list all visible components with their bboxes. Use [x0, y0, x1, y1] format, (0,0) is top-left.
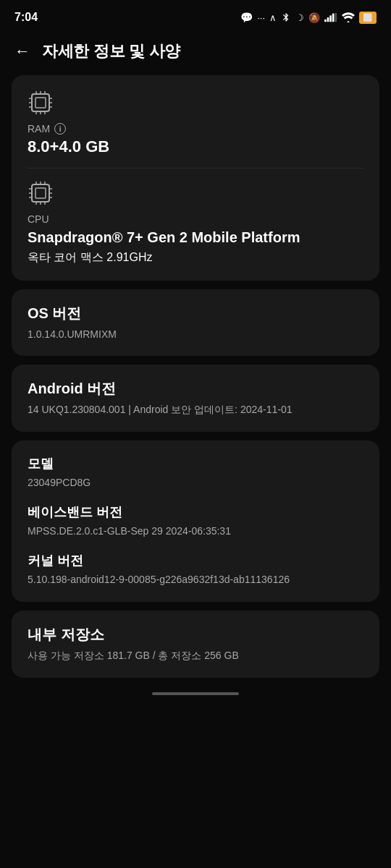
- svg-rect-5: [32, 94, 49, 111]
- svg-rect-6: [35, 98, 46, 108]
- chip-icon-ram: [28, 90, 54, 116]
- android-label: Android 버전: [28, 379, 363, 399]
- signal-icon: [324, 12, 337, 22]
- model-value: 23049PCD8G: [28, 475, 363, 490]
- storage-card: 내부 저장소 사용 가능 저장소 181.7 GB / 총 저장소 256 GB: [12, 610, 379, 678]
- model-item: 모델 23049PCD8G: [28, 455, 363, 490]
- status-icons: 💬 ··· ∧ ☽ 🔕 ⬜: [240, 12, 377, 24]
- baseband-value: MPSS.DE.2.0.c1-GLB-Sep 29 2024-06:35:31: [28, 524, 363, 539]
- storage-label: 내부 저장소: [28, 625, 363, 644]
- back-button[interactable]: ←: [12, 39, 33, 64]
- bluetooth-icon: ∧: [269, 12, 277, 23]
- device-info-card: 모델 23049PCD8G 베이스밴드 버전 MPSS.DE.2.0.c1-GL…: [12, 441, 379, 602]
- storage-value: 사용 가능 저장소 181.7 GB / 총 저장소 256 GB: [28, 649, 363, 663]
- os-value: 1.0.14.0.UMRMIXM: [28, 328, 363, 342]
- baseband-item: 베이스밴드 버전 MPSS.DE.2.0.c1-GLB-Sep 29 2024-…: [28, 503, 363, 539]
- svg-rect-2: [329, 15, 332, 22]
- status-bar: 7:04 💬 ··· ∧ ☽ 🔕 ⬜: [0, 0, 391, 32]
- svg-rect-19: [32, 184, 49, 202]
- svg-rect-1: [327, 17, 329, 22]
- divider: [28, 168, 363, 169]
- wifi-icon: [342, 12, 355, 22]
- kernel-label: 커널 버전: [28, 552, 363, 569]
- info-tooltip-icon[interactable]: i: [54, 123, 66, 135]
- ram-section: RAM i 8.0+4.0 GB: [28, 90, 363, 156]
- svg-rect-20: [35, 188, 46, 198]
- cpu-label: CPU: [28, 213, 363, 225]
- page-title: 자세한 정보 및 사양: [42, 41, 180, 62]
- cpu-section: CPU Snapdragon® 7+ Gen 2 Mobile Platform…: [28, 180, 363, 265]
- os-card: OS 버전 1.0.14.0.UMRMIXM: [12, 289, 379, 357]
- status-time: 7:04: [14, 11, 38, 24]
- home-indicator: [152, 692, 239, 695]
- kernel-value: 5.10.198-android12-9-00085-g226a9632f13d…: [28, 572, 363, 587]
- kernel-item: 커널 버전 5.10.198-android12-9-00085-g226a96…: [28, 552, 363, 587]
- model-label: 모델: [28, 455, 363, 472]
- header: ← 자세한 정보 및 사양: [0, 32, 391, 75]
- android-card: Android 버전 14 UKQ1.230804.001 | Android …: [12, 365, 379, 432]
- os-label: OS 버전: [28, 304, 363, 323]
- bottom-indicator: [0, 692, 391, 704]
- svg-rect-0: [324, 20, 327, 22]
- svg-rect-4: [335, 13, 337, 22]
- baseband-label: 베이스밴드 버전: [28, 503, 363, 521]
- chip-icon-cpu: [28, 180, 54, 206]
- message-icon: 💬: [240, 12, 253, 23]
- moon-icon: ☽: [295, 12, 304, 23]
- ram-cpu-card: RAM i 8.0+4.0 GB: [12, 75, 379, 281]
- cpu-title: Snapdragon® 7+ Gen 2 Mobile Platform: [28, 228, 363, 247]
- battery-icon: ⬜: [359, 12, 377, 24]
- mute-icon: 🔕: [308, 12, 320, 23]
- svg-rect-3: [332, 14, 335, 22]
- cpu-subtitle: 옥타 코어 맥스 2.91GHz: [28, 250, 363, 265]
- ram-label: RAM i: [28, 123, 363, 135]
- android-value: 14 UKQ1.230804.001 | Android 보안 업데이트: 20…: [28, 403, 363, 417]
- ram-value: 8.0+4.0 GB: [28, 137, 363, 156]
- dots-icon: ···: [257, 12, 265, 23]
- bluetooth-icon-svg: [281, 12, 291, 22]
